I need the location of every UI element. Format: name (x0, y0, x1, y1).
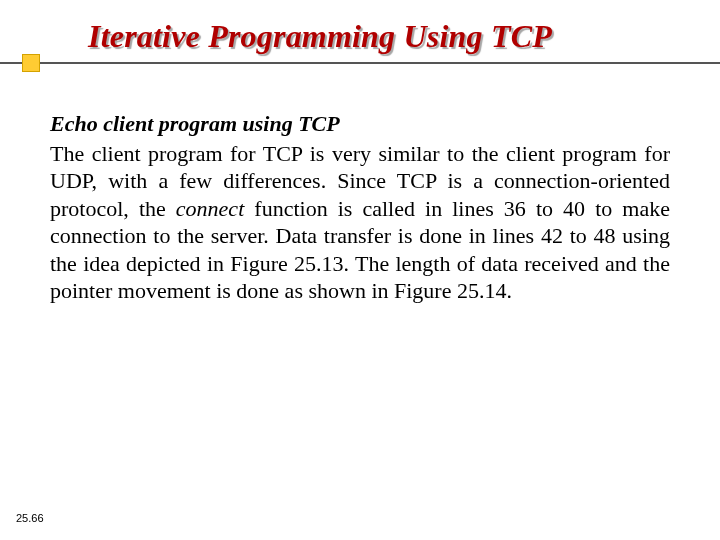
paragraph: The client program for TCP is very simil… (50, 140, 670, 305)
bullet-square-icon (22, 54, 40, 72)
subheading: Echo client program using TCP (50, 110, 670, 138)
slide-title: Iterative Programming Using TCP (88, 18, 552, 55)
body-text: Echo client program using TCP The client… (50, 110, 670, 305)
slide: Iterative Programming Using TCP Echo cli… (0, 0, 720, 540)
page-number: 25.66 (16, 512, 44, 524)
title-underline (0, 62, 720, 64)
para-em: connect (176, 196, 244, 221)
